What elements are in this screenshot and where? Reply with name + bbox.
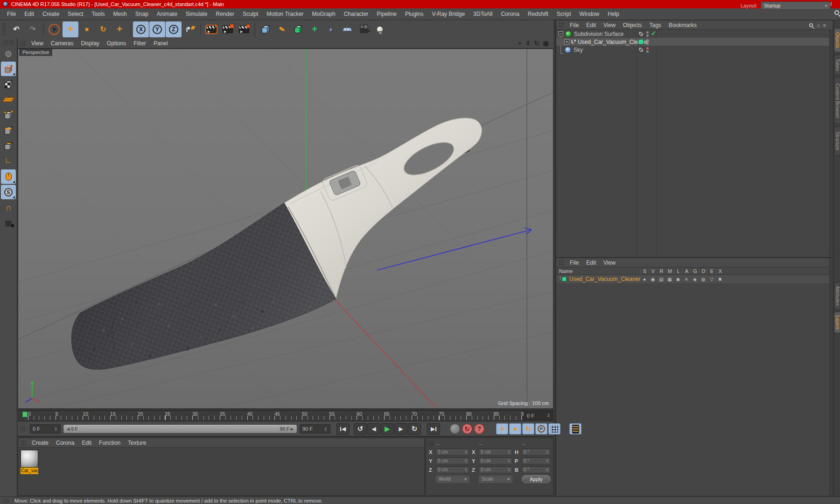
manager-toggle-icon[interactable]: ▦ [665, 277, 674, 282]
next-key-button[interactable]: ↻ [408, 423, 421, 435]
undo-button[interactable]: ↶ [8, 21, 24, 37]
om-menu-icon[interactable]: ≡ [823, 22, 826, 28]
menu-item-tools[interactable]: Tools [87, 9, 109, 19]
viewport-menu-grip[interactable] [20, 41, 26, 46]
search-icon[interactable] [834, 10, 839, 15]
points-mode-button[interactable] [1, 108, 16, 122]
pos-x-field[interactable]: 0 cm⇕ [436, 448, 469, 455]
mat-menu-function[interactable]: Function [95, 439, 124, 447]
model-mode-button[interactable] [1, 62, 16, 76]
render-toggle-icon[interactable]: ▤ [657, 277, 665, 282]
menu-item-animate[interactable]: Animate [153, 9, 182, 19]
tab-structure[interactable]: Structure [834, 126, 840, 155]
tab-content-browser[interactable]: Content Browser [834, 77, 840, 124]
vp-menu-display[interactable]: Display [77, 39, 103, 48]
menu-item-character[interactable]: Character [340, 9, 373, 19]
render-settings-button[interactable] [236, 21, 252, 37]
menu-item-create[interactable]: Create [38, 9, 63, 19]
animation-toggle-icon[interactable]: ≡ [682, 277, 691, 282]
viewport-zoom-icon[interactable]: ⇕ [525, 40, 531, 47]
lm-menu-edit[interactable]: Edit [582, 259, 600, 267]
object-row-used-car-vacuum-cleaner[interactable]: + L⁰ Used_Car_Vacuum_Cleaner [556, 38, 833, 46]
mat-menu-edit[interactable]: Edit [78, 439, 95, 447]
layout-dropdown[interactable]: Startup ▾ [761, 1, 831, 10]
expressions-toggle-icon[interactable]: ▽ [707, 277, 716, 282]
menu-item-simulate[interactable]: Simulate [182, 9, 212, 19]
lm-menu-view[interactable]: View [600, 259, 619, 267]
edges-mode-button[interactable] [1, 123, 16, 138]
menu-item-mograph[interactable]: MoGraph [308, 9, 340, 19]
end-frame-spinner[interactable]: 90 F ⇕ [300, 424, 330, 434]
apply-button[interactable]: Apply [522, 475, 551, 483]
transport-grip[interactable] [20, 426, 26, 432]
vp-menu-view[interactable]: View [28, 39, 47, 48]
workplane-mode-button[interactable] [1, 92, 16, 107]
leftbar-grip[interactable] [3, 40, 14, 45]
coordinates-grip[interactable] [428, 441, 434, 447]
timeline-ruler[interactable]: 05 1015 2025 3035 4045 5055 6065 7075 80… [18, 410, 553, 421]
menu-item-sculpt[interactable]: Sculpt [238, 9, 262, 19]
viewport-toggle-icon[interactable]: ▣ [543, 40, 549, 47]
deformers-toggle-icon[interactable]: ◍ [699, 277, 707, 282]
menu-item-plugins[interactable]: Plugins [401, 9, 427, 19]
rot-p-field[interactable]: 0 °⇕ [522, 457, 551, 464]
play-button[interactable]: ▶ [381, 423, 394, 435]
vp-menu-filter[interactable]: Filter [130, 39, 150, 48]
xref-toggle-icon[interactable]: ✖ [716, 277, 724, 282]
menu-item-render[interactable]: Render [212, 9, 238, 19]
enable-axis-button[interactable]: ∟ [1, 154, 16, 168]
tab-attributes[interactable]: Attributes [834, 282, 840, 310]
menu-item-pipeline[interactable]: Pipeline [372, 9, 401, 19]
menu-item-vray-bridge[interactable]: V-Ray Bridge [427, 9, 469, 19]
toolbar-grip[interactable] [2, 23, 7, 36]
key-parameter-button[interactable]: P [535, 423, 547, 434]
menu-item-select[interactable]: Select [63, 9, 87, 19]
coordinate-system-dropdown[interactable]: World▾ [436, 476, 469, 483]
pos-y-field[interactable]: 0 cm⇕ [436, 457, 469, 464]
keyframe-selection-button[interactable] [569, 423, 581, 434]
previous-key-button[interactable]: ↺ [354, 423, 367, 435]
pos-z-field[interactable]: 0 cm⇕ [436, 466, 469, 473]
menu-item-help[interactable]: Help [603, 9, 623, 19]
tab-takes[interactable]: Takes [834, 55, 840, 75]
lm-menu-file[interactable]: File [566, 259, 582, 267]
add-floor-button[interactable] [339, 21, 355, 37]
previous-frame-button[interactable]: ◀ [367, 423, 380, 435]
om-menu-edit[interactable]: Edit [582, 21, 600, 29]
expand-icon[interactable]: + [564, 39, 569, 44]
om-menu-file[interactable]: File [566, 21, 582, 29]
key-pla-button[interactable] [548, 423, 560, 434]
om-scrollbar[interactable] [829, 30, 833, 256]
last-used-tool-button[interactable]: + [112, 21, 127, 37]
viewport-interaction-button[interactable] [1, 169, 16, 184]
key-rotation-button[interactable]: ↻ [522, 423, 534, 434]
viewport-rotate-icon[interactable]: ↻ [534, 40, 539, 47]
visibility-dots[interactable] [646, 47, 649, 53]
mat-menu-corona[interactable]: Corona [52, 439, 78, 447]
menu-item-file[interactable]: File [3, 9, 20, 19]
mat-menu-create[interactable]: Create [28, 439, 52, 447]
enable-snap-button[interactable]: S [1, 185, 16, 199]
spinner-icon[interactable]: ⇕ [54, 427, 58, 432]
add-spline-button[interactable]: ✎ [274, 21, 290, 37]
size-z-field[interactable]: 0 cm⇕ [479, 466, 512, 473]
transform-mode-dropdown[interactable]: Scale▾ [479, 476, 512, 483]
menu-item-motion-tracker[interactable]: Motion Tracker [262, 9, 308, 19]
om-search-icon[interactable] [809, 23, 813, 27]
view-label[interactable]: Perspective [19, 49, 52, 56]
generators-toggle-icon[interactable]: ◈ [691, 277, 699, 282]
layer-manager-grip[interactable] [559, 260, 565, 266]
current-frame-spinner[interactable]: 0 F ⇕ [30, 424, 61, 434]
texture-mode-button[interactable] [1, 77, 16, 91]
polygons-mode-button[interactable] [1, 139, 16, 153]
rotate-tool-button[interactable]: ↻ [95, 21, 111, 37]
render-to-picture-viewer-button[interactable] [220, 21, 236, 37]
object-row-sky[interactable]: Sky [556, 46, 833, 54]
mat-menu-texture[interactable]: Texture [124, 439, 150, 447]
lock-y-axis-button[interactable]: Y [149, 21, 165, 37]
layer-color-swatch[interactable] [562, 277, 567, 281]
solo-toggle-icon[interactable]: ● [640, 277, 649, 282]
move-tool-button[interactable]: + [63, 21, 78, 37]
layer-swatch[interactable] [638, 31, 644, 36]
vp-menu-cameras[interactable]: Cameras [47, 39, 77, 48]
